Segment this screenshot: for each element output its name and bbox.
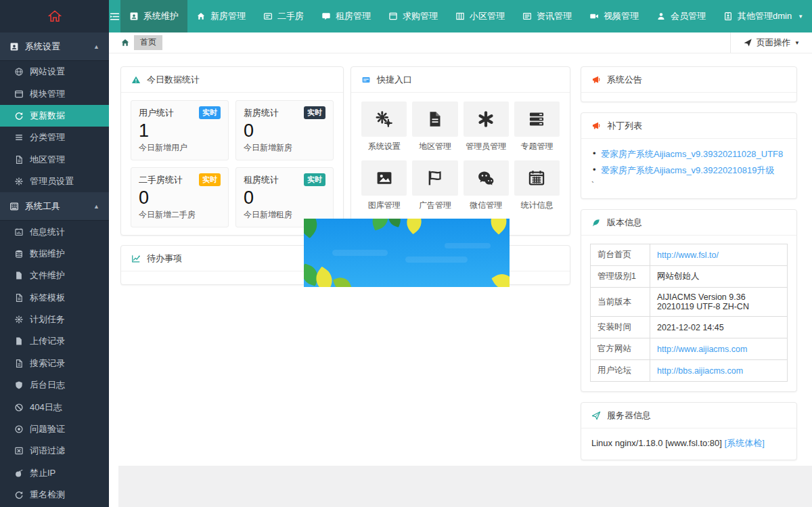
version-row-label: 官方网站 [591,338,650,360]
sidebar-section-label: 系统工具 [25,200,60,213]
file-icon [14,155,24,164]
sidebar-item-0-2[interactable]: 更新数据 [0,105,109,127]
quick-entry-5[interactable]: 广告管理 [412,160,457,211]
nav-tab-4[interactable]: 求购管理 [380,0,447,32]
file-icon [14,293,24,303]
sidebar-item-1-12[interactable]: 重名检测 [0,484,109,506]
patch-link[interactable]: 爱家房产系统Aijiacms_v9.39220210819升级 [601,165,775,175]
sidebar-item-label: 后台日志 [30,379,65,391]
panel-server-info: 服务器信息 Linux nginx/1.18.0 [www.fsl.to:80]… [581,402,797,460]
stat-card: 二手房统计 实时 0 今日新增二手房 [131,167,229,227]
sidebar-toggle-button[interactable] [109,0,120,32]
topbar: 系统维护新房管理二手房租房管理求购管理小区管理资讯管理视频管理会员管理其他管理d… [0,0,812,32]
sidebar-item-0-4[interactable]: 地区管理 [0,149,109,171]
quick-entry-label: 图库管理 [361,200,407,211]
sidebar-item-1-8[interactable]: 404日志 [0,396,109,418]
sidebar-section-0[interactable]: 系统设置▲ [0,32,109,61]
nav-tab-8[interactable]: 会员管理 [648,0,715,32]
nav-tab-5[interactable]: 小区管理 [447,0,514,32]
nav-tab-label: 会员管理 [671,10,706,22]
quick-entry-3[interactable]: 专题管理 [514,102,560,152]
quick-entry-6[interactable]: 微信管理 [464,160,509,211]
sidebar-item-1-5[interactable]: 上传记录 [0,330,109,352]
server-info-text: Linux nginx/1.18.0 [www.fsl.to:80] [591,438,722,448]
nav-tab-7[interactable]: 视频管理 [581,0,648,32]
bomb-icon [14,468,24,478]
gear-icon [14,177,24,186]
breadcrumb[interactable]: 首页 [120,35,162,50]
system-check-link[interactable]: [系统体检] [725,438,765,448]
page-actions-button[interactable]: 页面操作 ▼ [730,32,812,53]
sidebar-item-1-10[interactable]: 词语过滤 [0,440,109,462]
sidebar-item-0-3[interactable]: 分类管理 [0,127,109,148]
sidebar-item-1-1[interactable]: 数据维护 [0,243,109,265]
version-row-link[interactable]: http://www.aijiacms.com [657,345,747,354]
stat-card-caption: 今日新增用户 [139,142,221,154]
menu-toggle-icon [109,11,120,22]
breadcrumb-home[interactable]: 首页 [134,35,162,50]
panel-version-info: 版本信息 前台首页 http://www.fsl.to/ 管理级别1 网站创始人… [581,209,797,392]
patch-list-item: 爱家房产系统Aijiacms_v9.39220210819升级 [591,164,786,177]
quick-entry-0[interactable]: 系统设置 [361,102,407,152]
quick-entry-1[interactable]: 地区管理 [412,102,457,152]
caret-down-icon: ▼ [798,14,803,20]
sidebar-section-1[interactable]: 系统工具▲ [0,192,109,221]
quick-entry-2[interactable]: 管理员管理 [464,102,509,152]
refresh-icon [14,490,24,500]
nav-tab-9[interactable]: 其他管理dmin▼ [715,0,812,32]
sidebar-item-1-7[interactable]: 后台日志 [0,374,109,396]
sidebar-item-0-0[interactable]: 网站设置 [0,61,109,83]
version-row-link[interactable]: http://www.fsl.to/ [657,250,719,260]
sidebar-item-1-2[interactable]: 文件维护 [0,265,109,286]
brand-logo[interactable] [0,0,109,32]
nav-tab-2[interactable]: 二手房 [254,0,313,32]
version-row-label: 前台首页 [591,244,650,266]
nav-tab-0[interactable]: 系统维护 [120,0,187,32]
stat-card-value: 0 [139,188,221,208]
paper-plane-icon [591,411,601,420]
sidebar-item-label: 数据维护 [30,248,65,260]
sidebar-item-1-6[interactable]: 搜索记录 [0,353,109,374]
nav-tab-1[interactable]: 新房管理 [187,0,254,32]
quick-entry-4[interactable]: 图库管理 [361,160,407,211]
sidebar-item-1-3[interactable]: 标签模板 [0,287,109,309]
maintenance-icon [129,12,139,21]
sidebar-item-label: 网站设置 [30,66,65,78]
panel-title: 待办事项 [147,252,182,265]
sidebar-item-label: 禁止IP [30,467,55,479]
sidebar-item-0-5[interactable]: 管理员设置 [0,171,109,192]
sidebar-item-label: 重名检测 [30,489,65,501]
panel-patches: 补丁列表 爱家房产系统Aijiacms_v9.39320211028_UTF8爱… [581,112,797,199]
sidebar-item-1-0[interactable]: 信息统计 [0,221,109,242]
stats-icon [14,227,24,237]
gears-icon [376,110,393,128]
panel-title: 快捷入口 [377,74,412,86]
nav-tab-6[interactable]: 资讯管理 [514,0,581,32]
version-row-link[interactable]: http://bbs.aijiacms.com [657,366,743,376]
ban-icon [14,403,24,412]
quick-entry-7[interactable]: 统计信息 [514,160,560,211]
stat-card-title: 用户统计 [139,107,174,119]
realtime-badge: 实时 [199,106,221,119]
version-row-label: 管理级别1 [591,266,650,288]
sidebar-item-label: 404日志 [30,401,62,414]
tools-icon [9,202,19,211]
stat-card-value: 0 [244,120,325,141]
sidebar-item-label: 信息统计 [30,226,65,238]
community-icon [455,12,465,21]
sidebar-item-1-9[interactable]: 问题验证 [0,418,109,440]
patch-list-item: 爱家房产系统Aijiacms_v9.39320211028_UTF8 [591,148,786,160]
nav-tab-label: 系统维护 [143,10,179,22]
sidebar-item-label: 分类管理 [30,131,65,144]
maintenance-icon [9,42,19,51]
nav-tabs: 系统维护新房管理二手房租房管理求购管理小区管理资讯管理视频管理会员管理其他管理d… [120,0,812,32]
nav-tab-3[interactable]: 租房管理 [313,0,380,32]
version-row: 当前版本 AIJIACMS Version 9.36 20210119 UTF-… [591,288,788,317]
file-icon [14,359,24,368]
sidebar-item-0-1[interactable]: 模块管理 [0,83,109,104]
patch-link[interactable]: 爱家房产系统Aijiacms_v9.39320211028_UTF8 [601,149,783,159]
sidebar-item-1-11[interactable]: 禁止IP [0,462,109,484]
sidebar-item-label: 问题验证 [30,423,65,435]
sidebar-item-1-4[interactable]: 计划任务 [0,309,109,330]
megaphone-icon [591,75,601,85]
